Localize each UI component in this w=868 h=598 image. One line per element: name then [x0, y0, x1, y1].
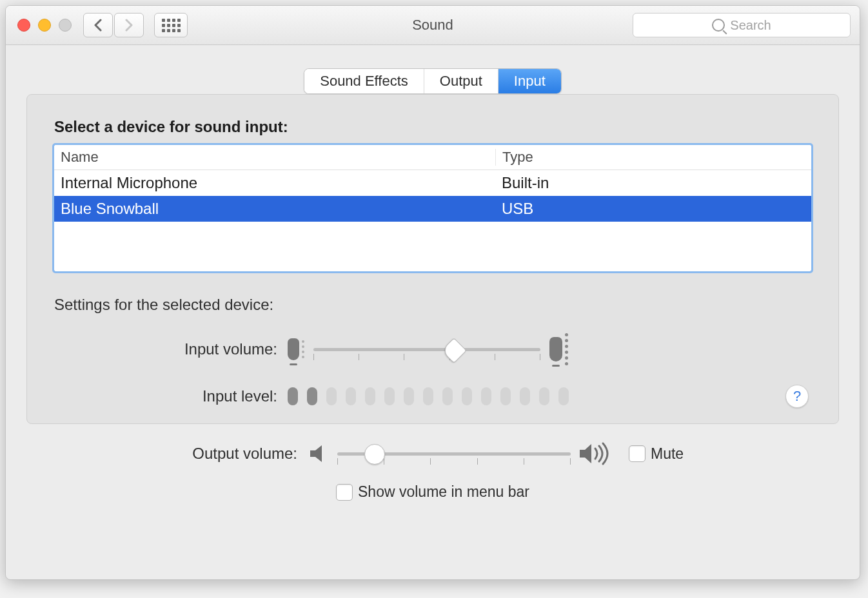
zoom-window-button[interactable]	[59, 19, 72, 32]
search-placeholder: Search	[730, 18, 771, 33]
input-volume-row: Input volume:	[54, 333, 811, 365]
column-type[interactable]: Type	[496, 149, 811, 166]
menubar-volume-checkbox[interactable]	[336, 484, 353, 501]
svg-marker-1	[580, 444, 591, 463]
level-bar	[520, 387, 530, 405]
grid-icon	[162, 19, 181, 32]
output-volume-slider[interactable]	[337, 442, 571, 465]
level-bar	[558, 387, 569, 405]
tab-input[interactable]: Input	[498, 69, 561, 93]
mic-loud-icon	[549, 333, 568, 365]
slider-thumb[interactable]	[364, 444, 385, 465]
level-bar	[539, 387, 549, 405]
tab-bar: Sound Effects Output Input	[304, 68, 562, 94]
window-controls	[17, 19, 72, 32]
level-bar	[462, 387, 472, 405]
titlebar: Sound Search	[6, 6, 860, 45]
level-bar	[442, 387, 453, 405]
level-bar	[326, 387, 337, 405]
input-volume-slider[interactable]	[313, 338, 540, 361]
input-level-label: Input level:	[54, 387, 288, 405]
back-button[interactable]	[83, 13, 113, 37]
input-panel: Select a device for sound input: Name Ty…	[26, 94, 839, 424]
device-row[interactable]: Internal Microphone Built-in	[54, 170, 811, 196]
column-name[interactable]: Name	[54, 149, 496, 166]
level-bar	[404, 387, 414, 405]
sound-preferences-window: Sound Search Sound Effects Output Input …	[5, 5, 860, 580]
level-bar	[500, 387, 511, 405]
settings-heading: Settings for the selected device:	[54, 296, 811, 314]
level-bar	[346, 387, 356, 405]
device-type: USB	[495, 200, 811, 218]
level-bar	[288, 387, 298, 405]
device-row[interactable]: Blue Snowball USB	[54, 196, 811, 222]
input-level-row: Input level:	[54, 387, 811, 405]
select-device-heading: Select a device for sound input:	[54, 118, 811, 136]
window-title: Sound	[412, 17, 453, 34]
input-volume-label: Input volume:	[54, 340, 288, 358]
help-button[interactable]: ?	[785, 385, 809, 408]
footer: Output volume:	[26, 424, 839, 507]
nav-buttons	[83, 13, 144, 37]
level-bar	[481, 387, 491, 405]
search-icon	[712, 19, 725, 32]
minimize-window-button[interactable]	[38, 19, 51, 32]
svg-marker-0	[310, 445, 322, 462]
output-volume-label: Output volume:	[65, 445, 308, 463]
device-name: Blue Snowball	[54, 200, 495, 218]
search-field[interactable]: Search	[633, 13, 851, 37]
device-table-header: Name Type	[54, 145, 811, 170]
speaker-high-icon	[578, 441, 615, 467]
menubar-volume-label: Show volume in menu bar	[358, 483, 529, 501]
show-all-button[interactable]	[154, 13, 188, 37]
speaker-low-icon	[308, 443, 330, 465]
forward-button[interactable]	[114, 13, 144, 37]
tab-sound-effects[interactable]: Sound Effects	[304, 69, 424, 93]
level-bar	[307, 387, 317, 405]
input-level-meter	[288, 387, 569, 405]
mic-quiet-icon	[288, 338, 304, 360]
close-window-button[interactable]	[17, 19, 30, 32]
mute-label: Mute	[651, 445, 684, 463]
device-name: Internal Microphone	[54, 174, 495, 192]
level-bar	[423, 387, 433, 405]
level-bar	[384, 387, 395, 405]
tab-output[interactable]: Output	[424, 69, 498, 93]
level-bar	[365, 387, 375, 405]
device-type: Built-in	[495, 174, 811, 192]
content-area: Sound Effects Output Input Select a devi…	[6, 45, 860, 514]
device-table[interactable]: Name Type Internal Microphone Built-in B…	[54, 145, 811, 271]
mute-checkbox[interactable]	[629, 445, 646, 462]
